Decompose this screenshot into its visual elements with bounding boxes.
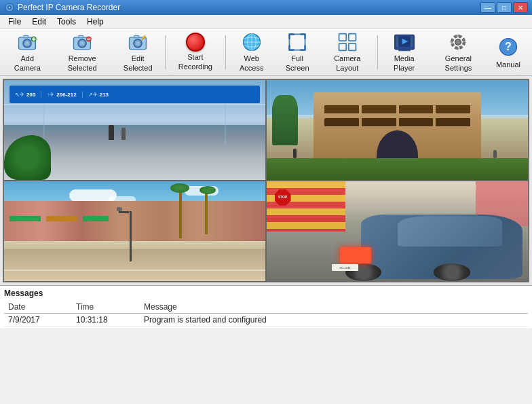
camera-cell-building[interactable] — [266, 79, 529, 181]
media-player-button[interactable]: Media Player — [380, 31, 428, 73]
col-time: Time — [72, 301, 140, 314]
media-player-icon — [392, 31, 417, 53]
svg-rect-37 — [410, 36, 413, 47]
svg-text:?: ? — [505, 41, 512, 52]
camera-cell-airport[interactable]: ↖✈ 205 ↑✈ 206-212 ↗✈ 213 — [3, 79, 266, 181]
messages-table: Date Time Message 7/9/2017 10:31:18 Prog… — [4, 301, 528, 327]
svg-rect-27 — [339, 34, 346, 41]
maximize-button[interactable]: □ — [497, 2, 512, 13]
svg-rect-30 — [348, 43, 356, 51]
remove-selected-button[interactable]: Remove Selected — [52, 31, 113, 73]
cell-message: Program is started and configured — [140, 314, 528, 327]
full-screen-button[interactable]: Full Screen — [276, 31, 319, 73]
settings-icon — [446, 31, 470, 53]
start-recording-button[interactable]: Start Recording — [168, 31, 223, 73]
svg-point-2 — [9, 7, 11, 9]
close-button[interactable]: ✕ — [513, 2, 528, 13]
col-message: Message — [140, 301, 528, 314]
menu-bar: File Edit Tools Help — [0, 15, 532, 29]
window-title: Perfect IP Camera Recorder — [18, 3, 480, 12]
svg-rect-13 — [79, 36, 83, 39]
add-camera-icon — [15, 31, 39, 53]
separator-1 — [165, 35, 166, 69]
svg-rect-26 — [290, 35, 305, 50]
fullscreen-icon — [285, 31, 309, 53]
title-bar: Perfect IP Camera Recorder — □ ✕ — [0, 0, 532, 15]
svg-point-5 — [25, 41, 30, 46]
menu-edit[interactable]: Edit — [26, 16, 52, 28]
menu-help[interactable]: Help — [81, 16, 109, 28]
full-screen-label: Full Screen — [282, 54, 313, 72]
start-recording-label: Start Recording — [174, 53, 217, 71]
separator-2 — [225, 35, 226, 69]
minimize-button[interactable]: — — [480, 2, 495, 13]
media-player-label: Media Player — [386, 54, 422, 72]
svg-point-18 — [136, 41, 140, 46]
manual-icon: ? — [496, 35, 520, 59]
record-icon — [183, 33, 208, 52]
web-access-button[interactable]: Web Access — [229, 31, 274, 73]
general-settings-button[interactable]: General Settings — [430, 31, 487, 73]
add-camera-button[interactable]: Add Camera — [4, 31, 51, 73]
web-access-label: Web Access — [235, 54, 268, 72]
cell-date: 7/9/2017 — [4, 314, 72, 327]
edit-selected-label: Edit Selected — [120, 54, 156, 72]
main-content: ↖✈ 205 ↑✈ 206-212 ↗✈ 213 — [0, 76, 532, 285]
window-controls: — □ ✕ — [480, 2, 528, 13]
manual-label: Manual — [496, 60, 520, 69]
camera-layout-label: Camera Layout — [326, 54, 368, 72]
svg-rect-6 — [24, 36, 28, 39]
manual-button[interactable]: ? Manual — [489, 31, 528, 73]
edit-camera-icon — [126, 31, 150, 53]
layout-icon — [335, 31, 360, 53]
edit-selected-button[interactable]: Edit Selected — [114, 31, 162, 73]
app-icon — [4, 2, 15, 13]
svg-rect-36 — [396, 36, 398, 47]
general-settings-label: General Settings — [436, 54, 481, 72]
camera-cell-street[interactable] — [3, 181, 266, 282]
svg-rect-29 — [339, 43, 346, 51]
svg-rect-19 — [134, 36, 139, 39]
remove-selected-label: Remove Selected — [58, 54, 107, 72]
camera-grid: ↖✈ 205 ↑✈ 206-212 ↗✈ 213 — [3, 79, 529, 282]
cell-time: 10:31:18 — [72, 314, 140, 327]
camera-cell-car[interactable]: STOP HC-1234 — [266, 181, 529, 282]
globe-icon — [240, 31, 264, 53]
menu-tools[interactable]: Tools — [52, 16, 81, 28]
messages-panel: Messages Date Time Message 7/9/2017 10:3… — [0, 285, 532, 328]
toolbar: Add Camera Remove Selected — [0, 29, 532, 76]
camera-layout-button[interactable]: Camera Layout — [320, 31, 375, 73]
menu-file[interactable]: File — [3, 16, 26, 28]
separator-3 — [377, 35, 378, 69]
svg-rect-34 — [398, 50, 411, 52]
svg-rect-28 — [348, 34, 356, 41]
add-camera-label: Add Camera — [10, 54, 45, 72]
svg-point-38 — [455, 39, 461, 45]
col-date: Date — [4, 301, 72, 314]
table-row: 7/9/2017 10:31:18 Program is started and… — [4, 314, 528, 327]
svg-point-12 — [80, 41, 85, 46]
remove-camera-icon — [70, 31, 94, 53]
messages-title: Messages — [4, 289, 528, 298]
